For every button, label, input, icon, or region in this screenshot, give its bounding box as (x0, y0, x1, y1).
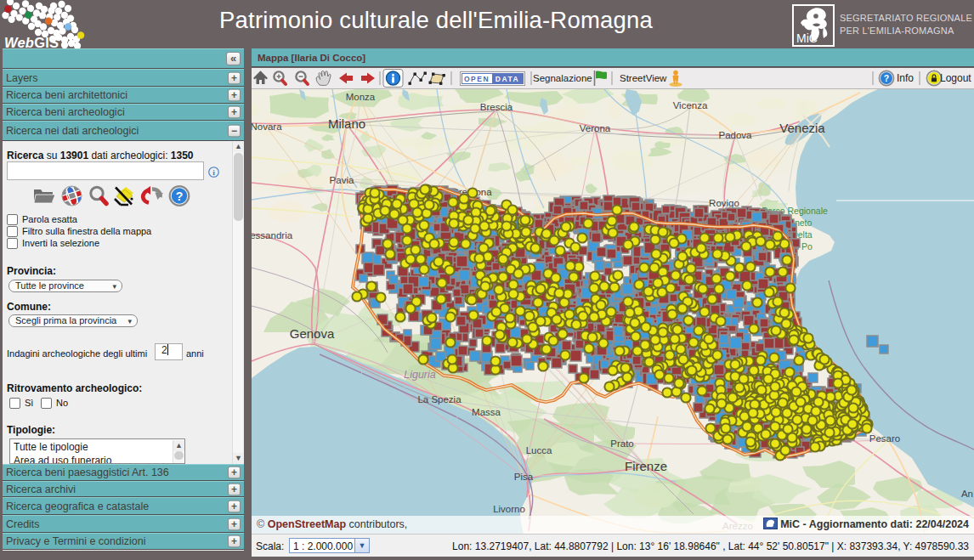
svg-text:Lucca: Lucca (526, 445, 552, 455)
svg-text:?: ? (176, 189, 184, 203)
svg-text:Pisa: Pisa (514, 472, 534, 482)
svg-text:Liguria: Liguria (404, 369, 436, 381)
svg-text:La Spezia: La Spezia (417, 394, 462, 404)
svg-text:Padova: Padova (718, 130, 752, 140)
svg-text:An: An (961, 489, 973, 499)
svg-text:?: ? (884, 73, 889, 83)
svg-text:Rovigo: Rovigo (709, 198, 739, 208)
svg-text:Verona: Verona (580, 123, 611, 133)
svg-text:Milano: Milano (328, 116, 365, 131)
svg-text:OPEN: OPEN (464, 75, 490, 83)
svg-text:Monza: Monza (346, 92, 376, 102)
svg-text:Brescia: Brescia (480, 102, 513, 112)
svg-text:Vicenza: Vicenza (673, 100, 708, 110)
svg-text:Alessandria: Alessandria (252, 230, 293, 240)
svg-text:Novara: Novara (252, 122, 282, 132)
svg-text:Pavia: Pavia (330, 175, 354, 185)
svg-text:Genova: Genova (290, 326, 335, 341)
svg-text:i: i (212, 168, 215, 177)
svg-text:Pesaro: Pesaro (869, 433, 900, 444)
svg-text:Livorno: Livorno (493, 504, 525, 514)
svg-text:Massa: Massa (472, 407, 501, 417)
svg-text:Prato: Prato (610, 438, 634, 449)
svg-text:Firenze: Firenze (625, 459, 667, 473)
svg-text:DATA: DATA (495, 75, 519, 83)
svg-text:Venezia: Venezia (779, 121, 825, 135)
